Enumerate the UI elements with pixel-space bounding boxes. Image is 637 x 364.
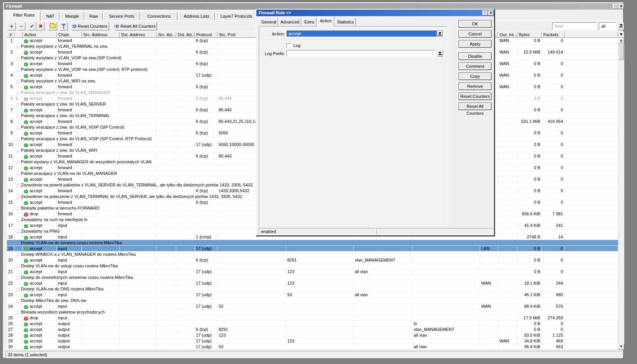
remove-button[interactable]: Remove	[458, 82, 492, 90]
rule-row[interactable]: 21✓acceptinput17 (udp)123all vlan0 B0	[7, 269, 618, 275]
tab-mangle[interactable]: Mangle	[60, 12, 84, 20]
column-header-flag[interactable]	[14, 32, 23, 38]
cell-ifc: all vlan	[413, 344, 480, 350]
cell-dstad	[176, 327, 195, 332]
copy-button[interactable]: Copy	[458, 72, 492, 80]
tab-address-lists[interactable]: Address Lists	[178, 12, 215, 20]
column-header-Protocol[interactable]: Protocol	[195, 32, 217, 38]
column-header-Dst. Address[interactable]: Dst. Address	[120, 32, 157, 38]
dialog-close-icon[interactable]: ✕	[488, 10, 494, 15]
rule-row[interactable]: 30✓acceptoutput17 (udp)53all vlan96.9 Ki…	[7, 344, 618, 350]
comment-row[interactable]: ;;; Dostep VLAN-ow do uslugi czasu route…	[7, 263, 618, 269]
comment-row[interactable]: ;;; Dostep VLAN-ow do DNS routera MikroT…	[7, 286, 618, 292]
dialog-tab-statistics[interactable]: Statistics	[335, 18, 356, 26]
log-prefix-dropdown-button[interactable]	[437, 50, 443, 57]
column-header-Packets[interactable]: Packets	[542, 32, 565, 38]
rule-row[interactable]: 26✓acceptoutputlo0 B0	[7, 321, 618, 327]
cell-pkts: 274 259	[542, 315, 565, 321]
rule-row[interactable]: 27✓acceptoutput6 (tcp)8291vlan_MANAGEMEN…	[7, 327, 618, 332]
cell-srcaddr	[82, 49, 120, 55]
cell-bytes: 0 B	[517, 107, 542, 113]
column-header-Out. Int...[interactable]: Out. Int...	[498, 32, 517, 38]
cell-dstad	[176, 344, 195, 350]
cell-flag	[14, 72, 23, 78]
scroll-down-button[interactable]: ▼	[618, 344, 624, 350]
dialog-maximize-icon[interactable]: □	[482, 10, 488, 15]
maximize-icon[interactable]: □	[613, 4, 618, 9]
ok-button[interactable]: OK	[458, 20, 492, 28]
remove-rule-button[interactable]: −	[17, 22, 25, 30]
column-header-Src. Address[interactable]: Src. Address	[82, 32, 120, 38]
tab-raw[interactable]: Raw	[85, 12, 103, 20]
column-header-Action[interactable]: Action	[23, 32, 57, 38]
reset-all-counters-button[interactable]: Reset All Counters	[115, 22, 157, 30]
apply-button[interactable]: Apply	[458, 40, 492, 48]
column-header-Src. Ad...[interactable]: Src. Ad...	[157, 32, 176, 38]
column-selector-button[interactable]	[618, 32, 624, 38]
comment-button[interactable]: Comment	[458, 62, 492, 70]
dialog-titlebar[interactable]: Firewall Rule <> □ ✕	[256, 10, 494, 16]
close-icon[interactable]: ✕	[618, 4, 624, 9]
reset-all-counters-button[interactable]: Reset All Counters	[458, 102, 492, 110]
column-header-#[interactable]: #	[7, 32, 14, 38]
dialog-tab-extra[interactable]: Extra	[302, 18, 317, 26]
comment-row[interactable]: ;;; Blokada wszystkich pakietow przychod…	[7, 309, 618, 315]
scope-select[interactable]: all	[599, 22, 616, 30]
comment-row[interactable]: ;;; Dostep WINBOX-a z VLAN_MANAGER do ro…	[7, 252, 618, 257]
action-dropdown-button[interactable]	[437, 31, 443, 37]
cell-bytes: 0 B	[517, 84, 542, 90]
tab-nat[interactable]: NAT	[41, 12, 59, 20]
tab-connections[interactable]: Connections	[141, 12, 177, 20]
column-header-Chain[interactable]: Chain	[57, 32, 82, 38]
cell-bytes: 0 B	[517, 153, 542, 159]
cell-proto: 17 (udp)	[195, 292, 217, 298]
rule-row[interactable]: 23✓acceptinput17 (udp)53all vlan45.1 KiB…	[7, 292, 618, 298]
log-checkbox[interactable]	[286, 43, 291, 48]
scroll-up-button[interactable]: ▲	[618, 38, 624, 44]
column-header-Bytes[interactable]: Bytes	[517, 32, 542, 38]
rule-row[interactable]: 19✓acceptinput17 (udp)LAN0 B0	[7, 246, 618, 252]
rule-row[interactable]: 28✓acceptoutput17 (udp)123all vlan83.5 K…	[7, 332, 618, 338]
comment-row[interactable]: ;;; Dostep do zewnetrznych serwerow czas…	[7, 275, 618, 280]
dialog-tab-advanced[interactable]: Advanced	[279, 18, 301, 26]
cell-flag	[14, 61, 23, 67]
cell-flag: X	[14, 96, 23, 101]
tab-service-ports[interactable]: Service Ports	[103, 12, 140, 20]
filter-button[interactable]	[59, 22, 68, 30]
dialog-tab-general[interactable]: General	[260, 18, 278, 26]
rule-row[interactable]: 20✓acceptinput6 (tcp)8291vlan_MANAGEMENT…	[7, 257, 618, 263]
column-header-Dst. Ad...[interactable]: Dst. Ad...	[176, 32, 195, 38]
accept-icon: ✓	[24, 190, 28, 194]
cell-act: ✓accept	[23, 84, 57, 90]
reset-counters-button[interactable]: Reset Counters	[458, 92, 492, 100]
cell-n: 19	[7, 246, 14, 252]
scrollbar-thumb[interactable]	[618, 44, 624, 60]
comment-row[interactable]: ;;; Dostep VLAN-ow do serwera czasu rout…	[7, 240, 618, 246]
enable-rule-button[interactable]: ✔	[28, 22, 36, 30]
cell-ife	[498, 234, 517, 240]
column-header-pad[interactable]	[565, 32, 618, 38]
cell-dstad	[176, 234, 195, 240]
log-prefix-input[interactable]	[286, 50, 436, 57]
comment-button[interactable]	[48, 22, 57, 30]
add-rule-button[interactable]: +	[7, 22, 16, 30]
dialog-tab-action[interactable]: Action	[317, 17, 334, 27]
cancel-button[interactable]: Cancel	[458, 30, 492, 38]
cell-proto: 17 (udp)	[195, 142, 217, 148]
tab-layer7-protocols[interactable]: Layer7 Protocols	[216, 12, 257, 20]
find-input[interactable]: Find	[552, 22, 597, 30]
disable-button[interactable]: Disable	[458, 52, 492, 60]
rule-row[interactable]: 25✕dropinput17.9 MiB274 259	[7, 315, 618, 321]
rule-row[interactable]: 22✓acceptinput17 (udp)123WAN18.1 KiB244	[7, 280, 618, 286]
rule-row[interactable]: 24✓acceptinput17 (udp)53WAN88.9 KiB576	[7, 304, 618, 309]
rule-row[interactable]: 29✓acceptoutput17 (udp)123WAN34.8 KiB469	[7, 338, 618, 344]
comment-row[interactable]: ;;; Dostep MikroTika do zew. DNS-ow	[7, 298, 618, 304]
disable-rule-button[interactable]: ✖	[37, 22, 45, 30]
reset-counters-button[interactable]: Reset Counters	[71, 22, 109, 30]
cell-pkts: 0	[542, 84, 565, 90]
tab-filter-rules[interactable]: Filter Rules	[7, 11, 40, 21]
vertical-scrollbar[interactable]	[618, 38, 624, 350]
scope-dropdown-button[interactable]	[618, 22, 624, 30]
action-combobox[interactable]: accept	[286, 30, 443, 37]
cell-n: 3	[7, 61, 14, 67]
